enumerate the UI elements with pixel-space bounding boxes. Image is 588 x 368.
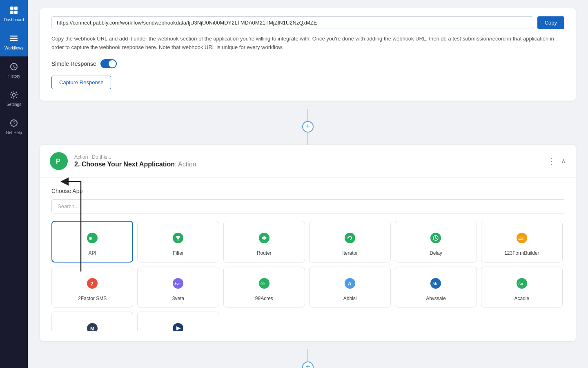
app-item-iterator[interactable]: Iterator bbox=[309, 221, 391, 263]
app-icon-abyssale: Ab bbox=[427, 274, 445, 292]
webhook-url-input[interactable] bbox=[51, 16, 533, 29]
svg-rect-0 bbox=[10, 7, 13, 10]
action-header: P Action : Do this ... 2. Choose Your Ne… bbox=[40, 145, 576, 178]
history-label: History bbox=[7, 74, 20, 79]
app-item-filter[interactable]: Filter bbox=[137, 221, 219, 263]
add-step-button-bottom[interactable]: + bbox=[302, 361, 314, 368]
gethelp-label: Get Help bbox=[6, 130, 22, 135]
svg-point-8 bbox=[13, 94, 16, 96]
app-item-2factor-sms[interactable]: 2 2Factor SMS bbox=[51, 267, 133, 307]
app-item-router[interactable]: Router bbox=[223, 221, 305, 263]
app-item-3veta[interactable]: 3ve 3veta bbox=[137, 267, 219, 307]
app-name-iterator: Iterator bbox=[342, 250, 358, 256]
action-controls: ⋮ ∧ bbox=[546, 155, 566, 168]
add-step-button-top[interactable]: + bbox=[302, 121, 314, 132]
svg-text:Ac: Ac bbox=[518, 282, 523, 286]
svg-text:2: 2 bbox=[91, 280, 94, 286]
workflows-label: Workflows bbox=[4, 46, 23, 51]
svg-text:Ab: Ab bbox=[432, 282, 437, 286]
action-section: P Action : Do this ... 2. Choose Your Ne… bbox=[40, 145, 576, 341]
app-name-99acres: 99Acres bbox=[255, 296, 273, 301]
choose-app-label: Choose App bbox=[51, 188, 564, 194]
app-icon-2factor-sms: 2 bbox=[83, 274, 101, 292]
app-name-acadle: Acadle bbox=[514, 296, 529, 301]
app-name-3veta: 3veta bbox=[172, 296, 184, 301]
svg-text:M: M bbox=[90, 325, 94, 331]
svg-rect-2 bbox=[10, 11, 13, 14]
svg-point-18 bbox=[263, 237, 265, 239]
more-options-button[interactable]: ⋮ bbox=[546, 155, 557, 168]
app-icon-99acres: 99 bbox=[255, 274, 273, 292]
main-content: Copy Copy the webhook URL and add it und… bbox=[28, 0, 588, 368]
svg-text:?: ? bbox=[13, 121, 16, 126]
app-item-abyssale[interactable]: Ab Abyssale bbox=[395, 267, 477, 307]
app-item-acadle[interactable]: Ac Acadle bbox=[481, 267, 563, 307]
svg-text:P: P bbox=[56, 158, 60, 165]
app-item-abhisi[interactable]: A Abhisi bbox=[309, 267, 391, 307]
app-name-api: API bbox=[88, 250, 96, 256]
app-name-123formbuilder: 123FormBuilder bbox=[504, 250, 539, 256]
app-item-99acres[interactable]: 99 99Acres bbox=[223, 267, 305, 307]
app-item-activecampaign[interactable]: ActiveCampaign bbox=[137, 312, 219, 331]
sidebar-item-gethelp[interactable]: ? Get Help bbox=[0, 113, 28, 141]
app-name-2factor-sms: 2Factor SMS bbox=[78, 296, 107, 301]
sidebar-item-workflows[interactable]: Workflows bbox=[0, 28, 28, 56]
app-icon-123formbuilder: 123 bbox=[513, 229, 531, 247]
connector-line-top bbox=[307, 109, 308, 121]
app-icon-api: ⚙ bbox=[83, 229, 101, 247]
collapse-button[interactable]: ∧ bbox=[561, 157, 566, 165]
app-name-abyssale: Abyssale bbox=[426, 296, 446, 301]
app-icon-acelle-mail: M bbox=[83, 319, 101, 331]
connector-line-bottom bbox=[307, 132, 308, 145]
svg-rect-4 bbox=[10, 36, 18, 37]
app-icon-3veta: 3ve bbox=[169, 274, 187, 292]
action-title: 2. Choose Your Next Application: Action bbox=[74, 161, 539, 168]
connector-bottom: + bbox=[28, 349, 588, 368]
svg-rect-1 bbox=[14, 7, 18, 10]
app-icon-router bbox=[255, 229, 273, 247]
svg-rect-5 bbox=[10, 38, 18, 39]
settings-icon bbox=[9, 90, 18, 101]
dashboard-icon bbox=[9, 6, 18, 16]
action-title-group: Action : Do this ... 2. Choose Your Next… bbox=[74, 154, 539, 168]
connector-top: + bbox=[28, 109, 588, 145]
webhook-description: Copy the webhook URL and add it under th… bbox=[51, 35, 564, 52]
workflows-icon bbox=[9, 34, 18, 44]
simple-response-toggle[interactable] bbox=[100, 59, 117, 68]
app-icon-iterator bbox=[341, 229, 359, 247]
action-logo: P bbox=[50, 152, 68, 170]
simple-response-label: Simple Response bbox=[51, 61, 96, 67]
svg-text:123: 123 bbox=[518, 237, 524, 240]
webhook-url-row: Copy bbox=[51, 16, 564, 29]
app-icon-filter bbox=[169, 229, 187, 247]
capture-response-button[interactable]: Capture Response bbox=[51, 76, 111, 89]
copy-button[interactable]: Copy bbox=[537, 16, 564, 29]
webhook-section: Copy Copy the webhook URL and add it und… bbox=[40, 8, 576, 101]
svg-point-19 bbox=[345, 233, 355, 243]
app-grid: ⚙ API Filter Router Iterator Delay 123 1… bbox=[51, 221, 564, 331]
settings-label: Settings bbox=[7, 102, 21, 107]
app-icon-acadle: Ac bbox=[513, 274, 531, 292]
svg-text:⚙: ⚙ bbox=[89, 236, 92, 241]
app-search-input[interactable] bbox=[51, 199, 564, 213]
sidebar-item-settings[interactable]: Settings bbox=[0, 85, 28, 113]
dashboard-label: Dashboard bbox=[4, 18, 24, 22]
app-icon-delay bbox=[427, 229, 445, 247]
sidebar-item-dashboard[interactable]: Dashboard bbox=[0, 0, 28, 28]
connector-line-2 bbox=[307, 349, 308, 361]
app-name-delay: Delay bbox=[430, 250, 442, 256]
sidebar-item-history[interactable]: History bbox=[0, 56, 28, 85]
app-item-api[interactable]: ⚙ API bbox=[51, 221, 133, 263]
action-subtitle: Action : Do this ... bbox=[74, 154, 539, 160]
app-item-delay[interactable]: Delay bbox=[395, 221, 477, 263]
svg-text:3ve: 3ve bbox=[174, 282, 180, 286]
sidebar: Dashboard Workflows History Settings ? G… bbox=[0, 0, 28, 368]
app-name-router: Router bbox=[257, 250, 272, 256]
app-item-123formbuilder[interactable]: 123 123FormBuilder bbox=[481, 221, 563, 263]
app-name-abhisi: Abhisi bbox=[343, 296, 357, 301]
action-body: Choose App ⚙ API Filter Router Iterator … bbox=[40, 178, 576, 341]
svg-rect-3 bbox=[14, 11, 18, 14]
svg-rect-6 bbox=[10, 40, 18, 41]
simple-response-row: Simple Response bbox=[51, 59, 564, 68]
app-item-acelle-mail[interactable]: M Acelle Mail bbox=[51, 312, 133, 331]
